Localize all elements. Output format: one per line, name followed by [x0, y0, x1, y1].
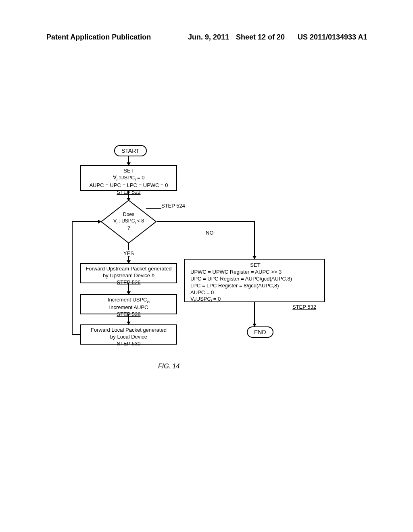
- publication-label: Patent Application Publication: [46, 33, 151, 42]
- publication-date: Jun. 9, 2011: [188, 33, 229, 42]
- line-526-1: Forward Upstream Packet generated by Ups…: [83, 266, 174, 279]
- decision-text: Does ∀i : USPCi < 8 ?: [100, 212, 157, 231]
- start-label: START: [121, 148, 140, 154]
- start-terminator: START: [114, 145, 147, 156]
- step-530-label: STEP 530: [83, 341, 174, 347]
- set-label-532: SET: [190, 262, 320, 269]
- line-532-3: UPC = UPC Register = AUPC/gcd(AUPC,8): [190, 276, 320, 283]
- line-530-2: by Local Device: [83, 334, 174, 341]
- line-532-6: ∀i:USPCi = 0: [190, 296, 320, 303]
- step-524-label: STEP 524: [161, 203, 185, 209]
- publication-number: US 2011/0134933 A1: [298, 33, 367, 42]
- step-526-box: Forward Upstream Packet generated by Ups…: [80, 263, 177, 283]
- end-label: END: [254, 329, 266, 335]
- set-label: SET: [83, 168, 174, 175]
- line-532-4: LPC = LPC Register = 8/gcd(AUPC,8): [190, 283, 320, 289]
- connector: [72, 334, 80, 335]
- connector: [254, 302, 255, 326]
- line-528-2: Increment AUPC: [83, 304, 174, 311]
- line-522-2: ∀i :USPCi = 0: [83, 175, 174, 182]
- line-532-5: AUPC = 0: [190, 289, 320, 296]
- line-530-1: Forward Local Packet generated: [83, 327, 174, 334]
- step-528-box: Increment USPCB Increment AUPC STEP 528: [80, 294, 177, 314]
- step-522-box: SET ∀i :USPCi = 0 AUPC = UPC = LPC = UPW…: [80, 165, 177, 191]
- step-532-label: STEP 532: [190, 304, 320, 311]
- yes-label: YES: [123, 250, 134, 256]
- step-530-box: Forward Local Packet generated by Local …: [80, 324, 177, 345]
- decision-524: Does ∀i : USPCi < 8 ?: [100, 200, 157, 244]
- connector: [157, 221, 255, 222]
- step-532-box: SET UPWC = UPWC Register = AUPC >> 3 UPC…: [184, 259, 325, 302]
- arrow-right-icon: [98, 220, 101, 224]
- figure-label: FIG. 14: [158, 363, 179, 370]
- no-label: NO: [206, 230, 214, 236]
- line-528-1: Increment USPCB: [83, 297, 174, 304]
- connector: [72, 221, 100, 222]
- line-532-2: UPWC = UPWC Register = AUPC >> 3: [190, 269, 320, 276]
- connector: [72, 221, 73, 335]
- sheet-number: Sheet 12 of 20: [236, 33, 285, 42]
- connector: [146, 208, 161, 209]
- line-522-3: AUPC = UPC = LPC = UPWC = 0: [83, 182, 174, 189]
- connector: [254, 221, 255, 259]
- end-terminator: END: [247, 326, 273, 338]
